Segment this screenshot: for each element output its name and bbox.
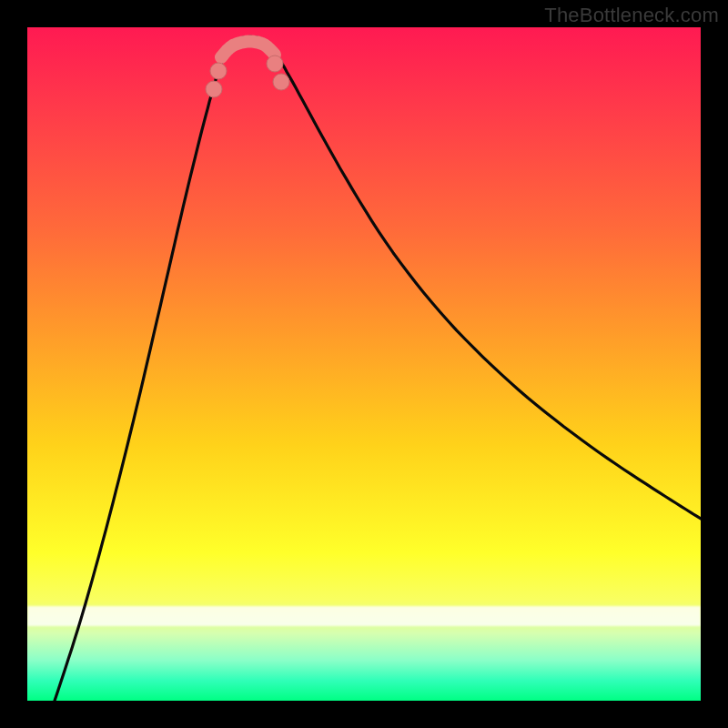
curve-layer — [27, 27, 701, 701]
marker-dot-1 — [210, 63, 227, 79]
outer-frame: TheBottleneck.com — [0, 0, 728, 728]
plateau-link — [221, 41, 275, 57]
watermark-text: TheBottleneck.com — [544, 4, 719, 27]
plot-area — [27, 27, 701, 701]
marker-dot-3 — [273, 74, 289, 90]
curve-left-branch — [55, 36, 266, 701]
marker-dot-0 — [206, 81, 222, 97]
curve-right-branch — [266, 41, 701, 519]
marker-dot-2 — [267, 56, 283, 72]
